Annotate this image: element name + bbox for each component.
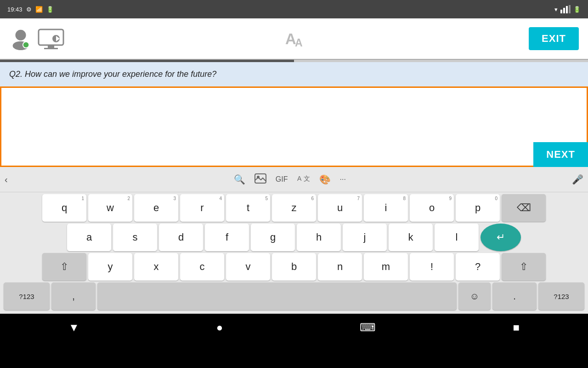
key-row-4: ?123 , ☺ . ?123 — [4, 282, 584, 310]
key-row-2: a s d f g h j k l ↵ — [4, 224, 584, 251]
key-q[interactable]: 1q — [42, 194, 86, 222]
keyboard-mic-icon[interactable]: 🎤 — [572, 174, 583, 185]
status-right: ▾ 🔋 — [554, 5, 581, 13]
toolbar-icons: 🔍 GIF A文 🎨 ··· — [234, 173, 346, 186]
key-space[interactable] — [97, 282, 457, 310]
keyboard-toolbar: ‹ 🔍 GIF A文 🎨 ··· 🎤 — [0, 167, 588, 192]
exit-button[interactable]: EXIT — [529, 27, 579, 50]
key-k[interactable]: k — [389, 224, 433, 251]
key-p[interactable]: 0p — [456, 194, 500, 222]
svg-text:A: A — [285, 30, 296, 47]
key-n[interactable]: n — [318, 253, 362, 281]
key-s[interactable]: s — [113, 224, 157, 251]
key-exclamation[interactable]: ! — [410, 253, 454, 281]
question-text: Q2. How can we improve your experience f… — [9, 69, 216, 79]
input-wrapper: NEXT — [0, 86, 588, 167]
progress-icon — [40, 27, 62, 50]
keyboard-palette-icon[interactable]: 🎨 — [319, 174, 331, 185]
question-area: Q2. How can we improve your experience f… — [0, 62, 588, 86]
key-period[interactable]: . — [492, 282, 537, 310]
keyboard-rows: 1q 2w 3e 4r 5t 6z 7u 8i 9o 0p ⌫ a s d f … — [0, 192, 588, 314]
svg-rect-3 — [569, 5, 571, 13]
key-sym-right[interactable]: ?123 — [538, 282, 584, 310]
signal-icon — [560, 5, 571, 13]
keyboard-more-icon[interactable]: ··· — [340, 175, 346, 184]
key-l[interactable]: l — [435, 224, 479, 251]
key-b[interactable]: b — [272, 253, 316, 281]
svg-point-6 — [23, 42, 29, 48]
person-icon — [9, 27, 32, 50]
top-nav: A A EXIT — [0, 18, 588, 60]
key-sym-left[interactable]: ?123 — [4, 282, 50, 310]
key-z[interactable]: 6z — [272, 194, 316, 222]
key-y[interactable]: y — [88, 253, 132, 281]
key-e[interactable]: 3e — [134, 194, 178, 222]
key-m[interactable]: m — [364, 253, 408, 281]
key-u[interactable]: 7u — [318, 194, 362, 222]
key-question[interactable]: ? — [456, 253, 500, 281]
battery-icon: 🔋 — [46, 6, 54, 13]
sim-icon: 📶 — [35, 6, 43, 13]
key-shift-left[interactable]: ⇧ — [42, 253, 86, 281]
answer-textarea[interactable] — [0, 86, 588, 167]
nav-back-button[interactable]: ▼ — [68, 321, 79, 334]
user-svg — [9, 27, 33, 50]
key-d[interactable]: d — [159, 224, 203, 251]
svg-rect-2 — [566, 6, 568, 13]
keyboard-sticker-icon[interactable] — [254, 173, 266, 186]
text-aa-svg: A A — [284, 27, 307, 51]
key-a[interactable]: a — [67, 224, 111, 251]
svg-rect-7 — [39, 29, 63, 45]
svg-text:A: A — [297, 175, 302, 182]
key-w[interactable]: 2w — [88, 194, 132, 222]
keyboard-back-icon[interactable]: ‹ — [5, 174, 8, 185]
key-x[interactable]: x — [134, 253, 178, 281]
key-shift-right[interactable]: ⇧ — [502, 253, 546, 281]
key-row-3: ⇧ y x c v b n m ! ? ⇧ — [4, 253, 584, 281]
text-size-icon: A A — [284, 27, 307, 50]
svg-rect-1 — [563, 8, 565, 13]
keyboard-search-icon[interactable]: 🔍 — [234, 174, 245, 185]
keyboard-gif-label[interactable]: GIF — [276, 175, 288, 184]
svg-rect-9 — [44, 48, 58, 49]
bottom-nav-bar: ▼ ● ⌨ ■ — [0, 314, 588, 341]
svg-text:A: A — [295, 37, 303, 49]
key-t[interactable]: 5t — [226, 194, 270, 222]
keyboard-translate-icon[interactable]: A文 — [297, 173, 310, 186]
nav-home-button[interactable]: ● — [216, 321, 223, 334]
key-backspace[interactable]: ⌫ — [502, 194, 546, 222]
key-c[interactable]: c — [180, 253, 224, 281]
key-g[interactable]: g — [251, 224, 295, 251]
next-button[interactable]: NEXT — [533, 142, 588, 167]
settings-icon: ⚙ — [26, 6, 32, 13]
svg-rect-8 — [48, 45, 54, 48]
key-i[interactable]: 8i — [364, 194, 408, 222]
key-f[interactable]: f — [205, 224, 249, 251]
time: 19:43 — [7, 6, 23, 13]
svg-point-4 — [15, 30, 26, 40]
nav-recents-button[interactable]: ■ — [513, 321, 520, 334]
status-left: 19:43 ⚙ 📶 🔋 — [7, 6, 54, 13]
wifi-icon: ▾ — [554, 6, 558, 13]
key-h[interactable]: h — [297, 224, 341, 251]
svg-text:文: 文 — [304, 175, 310, 182]
key-j[interactable]: j — [343, 224, 387, 251]
key-r[interactable]: 4r — [180, 194, 224, 222]
keyboard-area: ‹ 🔍 GIF A文 🎨 ··· 🎤 1q 2w 3e 4r 5t 6z 7u … — [0, 167, 588, 314]
key-comma[interactable]: , — [51, 282, 96, 310]
top-nav-left — [9, 27, 62, 50]
screen-svg — [38, 29, 64, 49]
key-row-1: 1q 2w 3e 4r 5t 6z 7u 8i 9o 0p ⌫ — [4, 194, 584, 222]
nav-keyboard-button[interactable]: ⌨ — [360, 321, 376, 334]
svg-rect-0 — [560, 10, 562, 13]
key-emoji[interactable]: ☺ — [458, 282, 491, 310]
battery-status-icon: 🔋 — [573, 6, 581, 13]
key-v[interactable]: v — [226, 253, 270, 281]
key-enter[interactable]: ↵ — [481, 224, 521, 251]
key-o[interactable]: 9o — [410, 194, 454, 222]
status-bar: 19:43 ⚙ 📶 🔋 ▾ 🔋 — [0, 0, 588, 18]
